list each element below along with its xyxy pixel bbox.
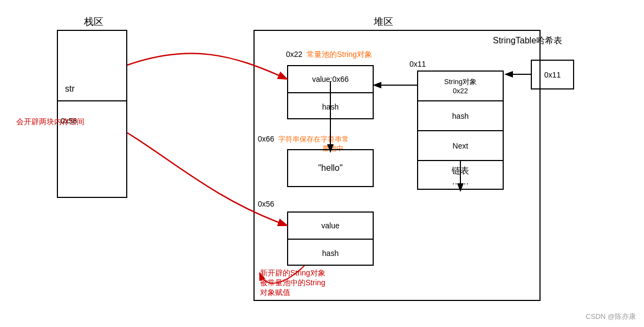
new-string-addr-label: 0x56 <box>258 200 274 208</box>
new-string-value: value <box>288 213 373 240</box>
const-string-hash: hash <box>288 93 373 120</box>
new-string-annotation-line1: 新开辟的String对象 <box>260 268 326 278</box>
str-label: str <box>65 84 75 94</box>
chain-dots: …… <box>452 177 469 187</box>
const-annotation: 常量池的String对象 <box>307 50 372 59</box>
stringtable-box: 0x11 <box>531 60 574 89</box>
hello-addr-label: 0x66 字符串保存在字符串常 <box>258 134 349 144</box>
stringtable-label: StringTable哈希表 <box>493 35 562 47</box>
hello-value: "hello" <box>318 163 342 173</box>
const-addr: 0x22 <box>286 50 302 59</box>
string-obj-next: Next <box>418 131 503 161</box>
new-string-hash: hash <box>288 240 373 267</box>
stack-box <box>57 30 127 198</box>
new-string-annotation-line2: 被常量池中的String <box>260 278 326 288</box>
new-string-box: value hash <box>287 211 374 266</box>
watermark: CSDN @陈亦康 <box>586 312 636 322</box>
hello-addr: 0x66 <box>258 134 274 143</box>
string-obj-label2: 0x22 <box>453 87 468 95</box>
string-obj-hash: hash <box>418 101 503 131</box>
heap-label: 堆区 <box>374 15 393 28</box>
const-addr-label: 0x22 常量池的String对象 <box>286 50 372 60</box>
hello-box: "hello" <box>287 149 374 187</box>
string-obj-label1: String对象 <box>444 77 477 87</box>
string-obj-top: String对象 0x22 <box>418 72 503 101</box>
left-annotation-text: 会开辟两块内存空间 <box>16 117 84 127</box>
new-string-annotation: 新开辟的String对象 被常量池中的String 对象赋值 <box>260 268 326 298</box>
new-string-annotation-line3: 对象赋值 <box>260 288 326 298</box>
const-string-value: value:0x66 <box>288 66 373 93</box>
left-annotation: 会开辟两块内存空间 <box>16 117 84 127</box>
string-obj-addr-label: 0x11 <box>409 60 426 68</box>
string-obj-chain: 链表 …… <box>418 161 503 191</box>
diagram-container: 栈区 str 0x56 堆区 0x22 常量池的String对象 value:0… <box>0 0 644 327</box>
chain-label: 链表 <box>452 165 469 177</box>
stack-bottom-cell <box>58 101 126 199</box>
const-string-box: value:0x66 hash <box>287 65 374 119</box>
string-obj-box: String对象 0x22 hash Next 链表 …… <box>417 70 504 190</box>
hello-annotation: 字符串保存在字符串常 <box>278 135 349 143</box>
stack-label: 栈区 <box>84 15 103 28</box>
